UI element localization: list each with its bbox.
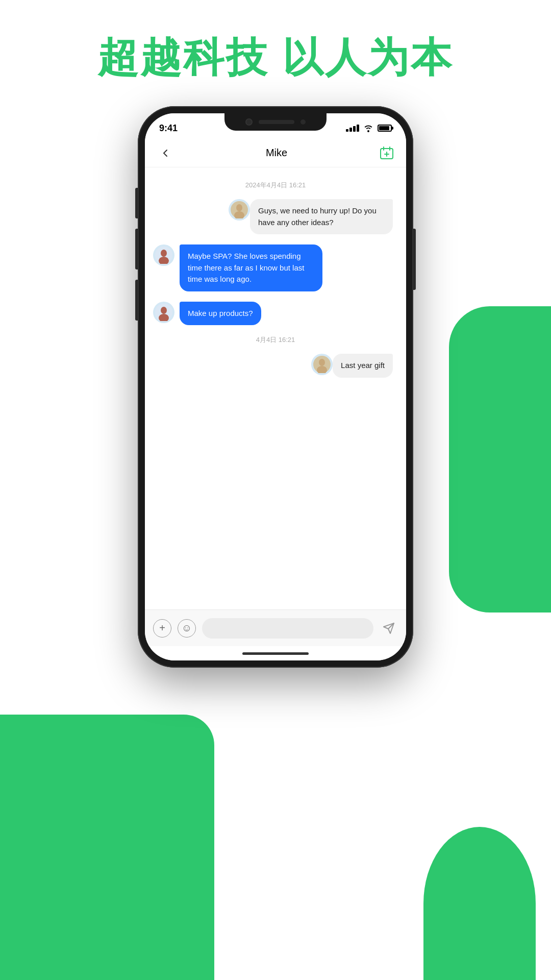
message-row: Guys, we need to hurry up! Do you have a… [153,199,398,234]
phone-button-power [413,229,416,290]
chat-area: 2024年4月4日 16:21 Guys, we need to hurry u… [145,167,406,609]
phone-screen: 9:41 [145,113,406,660]
phone-button-vol-up [135,229,138,270]
phone-button-mute [135,188,138,218]
signal-bar-3 [353,126,356,132]
bg-decoration-left [0,715,214,980]
battery-icon [378,125,392,132]
avatar-tan-2 [311,354,333,375]
notch-camera [245,118,253,126]
phone-notch [224,113,327,131]
signal-bar-4 [357,125,359,132]
status-icons [346,124,392,132]
home-indicator [145,646,406,660]
home-bar [242,652,309,655]
wifi-icon [363,124,373,132]
phone-shell: 9:41 [138,106,413,668]
signal-icon [346,125,359,132]
signal-bar-1 [346,129,348,132]
phone-button-vol-down [135,280,138,321]
notch-speaker [259,120,294,124]
bg-decoration-bottom-right [423,827,536,980]
message-row: Make up products? [153,302,398,326]
battery-fill [379,126,389,130]
add-button[interactable]: + [153,619,171,638]
message-row: Maybe SPA? She loves spending time there… [153,244,398,291]
chat-title: Mike [266,147,287,159]
emoji-button[interactable]: ☺ [178,619,196,638]
page-header-title: 超越科技 以人为本 [0,31,551,86]
message-bubble-4: Last year gift [333,354,393,378]
avatar-tan [229,199,250,220]
chat-timestamp-1: 2024年4月4日 16:21 [153,181,398,190]
input-bar: + ☺ [145,609,406,646]
back-button[interactable] [155,143,176,163]
svg-point-6 [236,204,242,211]
signal-bar-2 [349,128,352,132]
message-bubble-1: Guys, we need to hurry up! Do you have a… [250,199,393,234]
notch-dot [300,119,306,125]
page-header: 超越科技 以人为本 [0,0,551,86]
status-time: 9:41 [159,123,178,134]
calendar-add-icon [380,146,394,160]
svg-point-12 [161,307,167,314]
avatar-dark-2 [153,302,174,323]
message-bubble-2: Maybe SPA? She loves spending time there… [180,244,322,291]
svg-point-15 [319,359,325,366]
avatar-dark [153,244,174,266]
chat-timestamp-2: 4月4日 16:21 [153,335,398,345]
nav-bar: Mike [145,139,406,167]
message-input[interactable] [202,618,373,639]
send-button[interactable] [380,619,398,638]
message-bubble-3: Make up products? [180,302,261,326]
message-row: Last year gift [153,354,398,378]
add-event-button[interactable] [378,144,396,162]
phone-mockup: 9:41 [0,106,551,668]
svg-point-9 [161,250,167,257]
